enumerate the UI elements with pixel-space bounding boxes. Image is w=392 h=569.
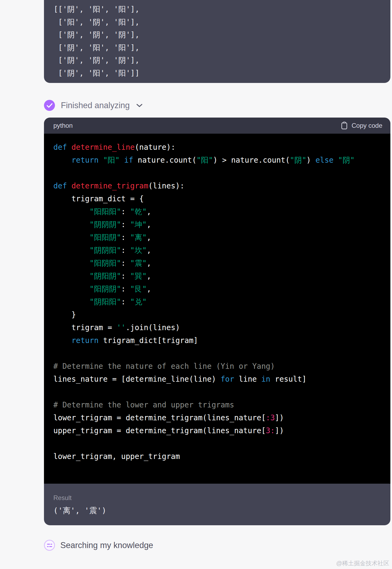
code-line: trigram = ''.join(lines): [53, 321, 381, 334]
output-line: [['阴', '阳', '阳'],: [54, 3, 381, 16]
code-line: [53, 347, 381, 360]
code-line: # Determine the lower and upper trigrams: [53, 399, 381, 411]
result-value: ('离', '震'): [53, 505, 381, 516]
code-line: return "阳" if nature.count("阳") > nature…: [53, 154, 381, 167]
clipboard-icon: [341, 122, 348, 130]
language-label: python: [53, 122, 73, 129]
code-line: "阴阴阳": "坎",: [53, 244, 381, 257]
result-label: Result: [53, 494, 381, 502]
finished-analyzing-label: Finished analyzing: [61, 101, 130, 110]
code-lines: def determine_line(nature): return "阳" i…: [53, 141, 381, 463]
code-line: trigram_dict = {: [53, 192, 381, 205]
code-line: # Determine the nature of each line (Yin…: [53, 360, 381, 373]
copy-code-label: Copy code: [352, 122, 382, 129]
code-line: [53, 167, 381, 180]
output-line: ['阴', '阴', '阴'],: [54, 28, 381, 41]
output-line: ['阳', '阴', '阳'],: [54, 16, 381, 29]
code-line: upper_trigram = determine_trigram(lines_…: [53, 424, 381, 437]
code-line: lower_trigram, upper_trigram: [53, 450, 381, 463]
code-line: "阳阴阴": "艮",: [53, 283, 381, 296]
code-block: python Copy code def determine_line(natu…: [44, 118, 390, 525]
chevron-down-icon: [136, 104, 143, 107]
code-output-block: [['阴', '阳', '阳'], ['阳', '阴', '阳'], ['阴',…: [44, 0, 390, 83]
code-line: "阴阴阴": "坤",: [53, 218, 381, 231]
code-line: "阳阴阳": "震",: [53, 257, 381, 270]
output-line: ['阴', '阴', '阴'],: [54, 54, 381, 67]
code-line: "阳阳阴": "离",: [53, 231, 381, 244]
code-line: return trigram_dict[trigram]: [53, 334, 381, 347]
code-line: }: [53, 308, 381, 321]
code-line: lower_trigram = determine_trigram(lines_…: [53, 411, 381, 424]
chat-message-column: [['阴', '阳', '阳'], ['阳', '阴', '阳'], ['阴',…: [44, 0, 390, 551]
code-line: "阴阳阳": "兑": [53, 296, 381, 308]
code-line: lines_nature = [determine_line(line) for…: [53, 373, 381, 386]
searching-knowledge-status[interactable]: Searching my knowledge: [44, 540, 153, 551]
code-line: [53, 437, 381, 450]
watermark: @稀土掘金技术社区: [336, 559, 389, 567]
copy-code-button[interactable]: Copy code: [339, 121, 384, 130]
knowledge-icon: [44, 540, 55, 551]
output-line: ['阴', '阳', '阳']]: [54, 67, 381, 80]
code-line: [53, 386, 381, 399]
check-circle-icon: [44, 100, 55, 111]
result-bar: Result ('离', '震'): [44, 484, 390, 525]
code-line: def determine_trigram(lines):: [53, 180, 381, 192]
output-line: ['阴', '阳', '阳'],: [54, 41, 381, 54]
code-line: "阳阳阳": "乾",: [53, 205, 381, 218]
code-line: def determine_line(nature):: [53, 141, 381, 154]
code-area: def determine_line(nature): return "阳" i…: [44, 134, 390, 484]
finished-analyzing-toggle[interactable]: Finished analyzing: [44, 100, 143, 111]
code-line: "阴阳阴": "巽",: [53, 270, 381, 283]
code-block-header: python Copy code: [44, 118, 390, 134]
searching-knowledge-label: Searching my knowledge: [60, 541, 153, 550]
output-lines: [['阴', '阳', '阳'], ['阳', '阴', '阳'], ['阴',…: [54, 3, 381, 79]
